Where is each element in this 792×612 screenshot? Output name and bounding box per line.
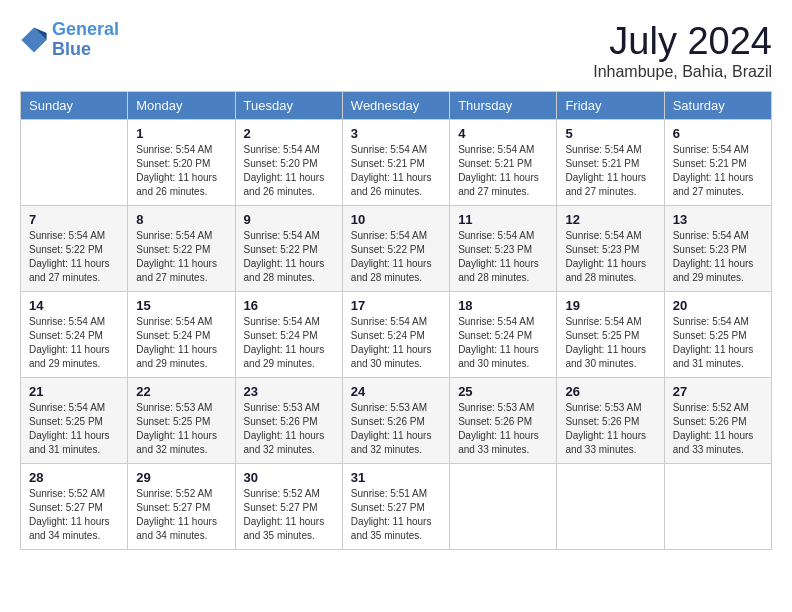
calendar-cell: 26Sunrise: 5:53 AMSunset: 5:26 PMDayligh…: [557, 378, 664, 464]
day-info: Sunrise: 5:54 AMSunset: 5:23 PMDaylight:…: [565, 229, 655, 285]
svg-marker-0: [21, 27, 46, 52]
calendar-cell: 14Sunrise: 5:54 AMSunset: 5:24 PMDayligh…: [21, 292, 128, 378]
day-number: 7: [29, 212, 119, 227]
day-info: Sunrise: 5:54 AMSunset: 5:25 PMDaylight:…: [673, 315, 763, 371]
day-number: 27: [673, 384, 763, 399]
calendar-week-row: 1Sunrise: 5:54 AMSunset: 5:20 PMDaylight…: [21, 120, 772, 206]
calendar-cell: 7Sunrise: 5:54 AMSunset: 5:22 PMDaylight…: [21, 206, 128, 292]
day-info: Sunrise: 5:54 AMSunset: 5:22 PMDaylight:…: [29, 229, 119, 285]
logo-text: GeneralBlue: [52, 20, 119, 60]
day-info: Sunrise: 5:54 AMSunset: 5:21 PMDaylight:…: [458, 143, 548, 199]
day-number: 29: [136, 470, 226, 485]
calendar-cell: 23Sunrise: 5:53 AMSunset: 5:26 PMDayligh…: [235, 378, 342, 464]
calendar-cell: 1Sunrise: 5:54 AMSunset: 5:20 PMDaylight…: [128, 120, 235, 206]
calendar-week-row: 21Sunrise: 5:54 AMSunset: 5:25 PMDayligh…: [21, 378, 772, 464]
day-info: Sunrise: 5:51 AMSunset: 5:27 PMDaylight:…: [351, 487, 441, 543]
day-info: Sunrise: 5:53 AMSunset: 5:25 PMDaylight:…: [136, 401, 226, 457]
logo-icon: [20, 26, 48, 54]
day-info: Sunrise: 5:54 AMSunset: 5:21 PMDaylight:…: [351, 143, 441, 199]
day-info: Sunrise: 5:54 AMSunset: 5:21 PMDaylight:…: [673, 143, 763, 199]
day-number: 28: [29, 470, 119, 485]
calendar-cell: 28Sunrise: 5:52 AMSunset: 5:27 PMDayligh…: [21, 464, 128, 550]
day-number: 2: [244, 126, 334, 141]
day-info: Sunrise: 5:54 AMSunset: 5:25 PMDaylight:…: [29, 401, 119, 457]
day-number: 12: [565, 212, 655, 227]
day-number: 4: [458, 126, 548, 141]
calendar-cell: 31Sunrise: 5:51 AMSunset: 5:27 PMDayligh…: [342, 464, 449, 550]
day-number: 20: [673, 298, 763, 313]
day-number: 21: [29, 384, 119, 399]
calendar-cell: 8Sunrise: 5:54 AMSunset: 5:22 PMDaylight…: [128, 206, 235, 292]
day-info: Sunrise: 5:52 AMSunset: 5:26 PMDaylight:…: [673, 401, 763, 457]
day-number: 11: [458, 212, 548, 227]
day-info: Sunrise: 5:53 AMSunset: 5:26 PMDaylight:…: [351, 401, 441, 457]
calendar-cell: 5Sunrise: 5:54 AMSunset: 5:21 PMDaylight…: [557, 120, 664, 206]
day-info: Sunrise: 5:53 AMSunset: 5:26 PMDaylight:…: [244, 401, 334, 457]
day-info: Sunrise: 5:54 AMSunset: 5:23 PMDaylight:…: [673, 229, 763, 285]
calendar-cell: [557, 464, 664, 550]
day-number: 18: [458, 298, 548, 313]
calendar-cell: 20Sunrise: 5:54 AMSunset: 5:25 PMDayligh…: [664, 292, 771, 378]
day-number: 1: [136, 126, 226, 141]
day-info: Sunrise: 5:53 AMSunset: 5:26 PMDaylight:…: [565, 401, 655, 457]
calendar-cell: 27Sunrise: 5:52 AMSunset: 5:26 PMDayligh…: [664, 378, 771, 464]
day-number: 8: [136, 212, 226, 227]
calendar-cell: 22Sunrise: 5:53 AMSunset: 5:25 PMDayligh…: [128, 378, 235, 464]
day-info: Sunrise: 5:52 AMSunset: 5:27 PMDaylight:…: [244, 487, 334, 543]
day-number: 13: [673, 212, 763, 227]
day-info: Sunrise: 5:54 AMSunset: 5:22 PMDaylight:…: [351, 229, 441, 285]
calendar-cell: 3Sunrise: 5:54 AMSunset: 5:21 PMDaylight…: [342, 120, 449, 206]
weekday-header: Sunday: [21, 92, 128, 120]
weekday-header: Friday: [557, 92, 664, 120]
day-number: 15: [136, 298, 226, 313]
day-number: 10: [351, 212, 441, 227]
day-number: 26: [565, 384, 655, 399]
day-info: Sunrise: 5:54 AMSunset: 5:20 PMDaylight:…: [244, 143, 334, 199]
calendar-cell: 13Sunrise: 5:54 AMSunset: 5:23 PMDayligh…: [664, 206, 771, 292]
day-info: Sunrise: 5:54 AMSunset: 5:22 PMDaylight:…: [136, 229, 226, 285]
calendar-cell: 25Sunrise: 5:53 AMSunset: 5:26 PMDayligh…: [450, 378, 557, 464]
day-info: Sunrise: 5:54 AMSunset: 5:22 PMDaylight:…: [244, 229, 334, 285]
calendar-cell: 30Sunrise: 5:52 AMSunset: 5:27 PMDayligh…: [235, 464, 342, 550]
day-number: 23: [244, 384, 334, 399]
calendar-week-row: 14Sunrise: 5:54 AMSunset: 5:24 PMDayligh…: [21, 292, 772, 378]
weekday-header: Saturday: [664, 92, 771, 120]
title-section: July 2024 Inhambupe, Bahia, Brazil: [593, 20, 772, 81]
calendar-week-row: 28Sunrise: 5:52 AMSunset: 5:27 PMDayligh…: [21, 464, 772, 550]
day-number: 5: [565, 126, 655, 141]
calendar-week-row: 7Sunrise: 5:54 AMSunset: 5:22 PMDaylight…: [21, 206, 772, 292]
day-number: 3: [351, 126, 441, 141]
day-number: 17: [351, 298, 441, 313]
calendar-cell: 12Sunrise: 5:54 AMSunset: 5:23 PMDayligh…: [557, 206, 664, 292]
calendar-cell: 2Sunrise: 5:54 AMSunset: 5:20 PMDaylight…: [235, 120, 342, 206]
calendar-cell: 10Sunrise: 5:54 AMSunset: 5:22 PMDayligh…: [342, 206, 449, 292]
calendar-cell: 16Sunrise: 5:54 AMSunset: 5:24 PMDayligh…: [235, 292, 342, 378]
page-header: GeneralBlue July 2024 Inhambupe, Bahia, …: [20, 20, 772, 81]
day-number: 31: [351, 470, 441, 485]
day-number: 16: [244, 298, 334, 313]
weekday-header-row: SundayMondayTuesdayWednesdayThursdayFrid…: [21, 92, 772, 120]
day-info: Sunrise: 5:54 AMSunset: 5:24 PMDaylight:…: [351, 315, 441, 371]
calendar-cell: 15Sunrise: 5:54 AMSunset: 5:24 PMDayligh…: [128, 292, 235, 378]
calendar-cell: 29Sunrise: 5:52 AMSunset: 5:27 PMDayligh…: [128, 464, 235, 550]
weekday-header: Monday: [128, 92, 235, 120]
day-info: Sunrise: 5:52 AMSunset: 5:27 PMDaylight:…: [29, 487, 119, 543]
calendar-cell: 24Sunrise: 5:53 AMSunset: 5:26 PMDayligh…: [342, 378, 449, 464]
day-number: 30: [244, 470, 334, 485]
day-number: 19: [565, 298, 655, 313]
calendar-cell: [664, 464, 771, 550]
calendar-cell: 9Sunrise: 5:54 AMSunset: 5:22 PMDaylight…: [235, 206, 342, 292]
calendar-cell: 21Sunrise: 5:54 AMSunset: 5:25 PMDayligh…: [21, 378, 128, 464]
day-number: 25: [458, 384, 548, 399]
day-info: Sunrise: 5:54 AMSunset: 5:24 PMDaylight:…: [458, 315, 548, 371]
calendar-table: SundayMondayTuesdayWednesdayThursdayFrid…: [20, 91, 772, 550]
weekday-header: Wednesday: [342, 92, 449, 120]
calendar-cell: [450, 464, 557, 550]
day-info: Sunrise: 5:53 AMSunset: 5:26 PMDaylight:…: [458, 401, 548, 457]
day-info: Sunrise: 5:54 AMSunset: 5:21 PMDaylight:…: [565, 143, 655, 199]
day-info: Sunrise: 5:54 AMSunset: 5:24 PMDaylight:…: [136, 315, 226, 371]
day-number: 14: [29, 298, 119, 313]
calendar-cell: 18Sunrise: 5:54 AMSunset: 5:24 PMDayligh…: [450, 292, 557, 378]
location-subtitle: Inhambupe, Bahia, Brazil: [593, 63, 772, 81]
day-info: Sunrise: 5:54 AMSunset: 5:24 PMDaylight:…: [244, 315, 334, 371]
